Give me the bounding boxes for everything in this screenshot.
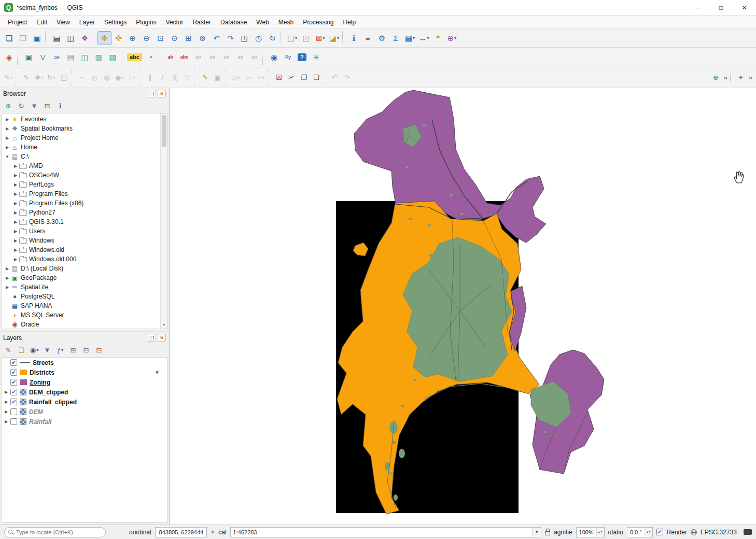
layer-diagrams-button[interactable]: ◔ — [144, 50, 158, 64]
new-project-button[interactable]: ❏ — [2, 31, 16, 45]
chevron-down-icon[interactable]: ▾ — [413, 36, 415, 40]
add-group-button[interactable]: ❏ — [15, 344, 27, 356]
select-by-value-button[interactable]: ◰ — [299, 31, 313, 45]
vertex-editor-tools-button[interactable]: ✦ — [735, 72, 747, 84]
browser-item-geopackage[interactable]: ▶GeoPackage — [2, 273, 167, 282]
layer-row-zoning[interactable]: ✔Zoning — [2, 377, 167, 387]
metasearch-button[interactable]: ◉ — [267, 50, 281, 64]
scrollbar-down-arrow[interactable]: ▼ — [161, 322, 167, 328]
statistical-summary-button[interactable]: Σ — [389, 31, 403, 45]
menu-raster[interactable]: Raster — [188, 16, 216, 29]
browser-item-python27[interactable]: ▶Python27 — [2, 208, 167, 217]
maximize-button[interactable]: □ — [709, 0, 733, 15]
layer-row-dem[interactable]: ▶DEM — [2, 407, 167, 417]
zoom-full-button[interactable]: ⊡ — [153, 31, 167, 45]
browser-float-button[interactable]: ❐ — [148, 90, 156, 97]
zoom-in-button[interactable]: ⊕ — [125, 31, 139, 45]
pan-map-button[interactable]: ✥ — [97, 31, 111, 45]
zoom-out-button[interactable]: ⊖ — [139, 31, 153, 45]
chevron-down-icon[interactable]: ▾ — [323, 36, 325, 40]
browser-item-qgis-3-30-1[interactable]: ▶QGIS 3.30.1 — [2, 217, 167, 226]
chevron-down-icon[interactable]: ▾ — [295, 36, 297, 40]
coordinate-input[interactable] — [155, 527, 207, 537]
new-geopackage-layer-button[interactable]: ▣ — [22, 50, 36, 64]
menu-edit[interactable]: Edit — [32, 16, 52, 29]
browser-item-osgeo4w[interactable]: ▶OSGeo4W — [2, 171, 167, 180]
browser-close-button[interactable]: ✕ — [158, 90, 166, 97]
new-spatialite-layer-button[interactable]: ✑ — [50, 50, 64, 64]
help-contents-button[interactable]: ? — [295, 50, 309, 64]
layer-row-streets[interactable]: ✔Streets — [2, 358, 167, 367]
expander-icon[interactable]: ▶ — [12, 229, 19, 234]
menu-web[interactable]: Web — [251, 16, 273, 29]
zoom-to-selection-button[interactable]: ⊙ — [167, 31, 181, 45]
map-tips-button[interactable]: ❝ — [431, 31, 445, 45]
new-virtual-layer-button[interactable]: ▧ — [106, 50, 120, 64]
messages-icon[interactable] — [744, 529, 752, 535]
layer-row-rainfall_clipped[interactable]: ▶✔Rainfall_clipped — [2, 397, 167, 407]
menu-settings[interactable]: Settings — [100, 16, 131, 29]
expander-icon[interactable]: ▶ — [4, 285, 10, 290]
expander-icon[interactable]: ▶ — [4, 117, 10, 122]
rotation-spinbox[interactable]: 0.0 ° ▲▼ — [627, 527, 653, 537]
expander-icon[interactable]: ▶ — [12, 182, 19, 187]
layer-row-districts[interactable]: ✔Districts▼ — [2, 367, 167, 377]
browser-item-amd[interactable]: ▶AMD — [2, 161, 167, 171]
select-features-button[interactable]: ▢▾ — [285, 31, 299, 45]
toolbar-overflow-chevron[interactable]: » — [747, 74, 754, 81]
toggle-editing-button[interactable]: ✎ — [199, 72, 212, 84]
browser-item-home[interactable]: ▶Home — [2, 143, 167, 152]
expander-icon[interactable]: ▶ — [12, 164, 19, 168]
browser-item-postgresql[interactable]: PostgreSQL — [2, 292, 167, 301]
layer-visibility-checkbox[interactable] — [10, 418, 17, 425]
toolbar-overflow-chevron[interactable]: » — [722, 74, 729, 81]
browser-item-windows[interactable]: ▶Windows — [2, 236, 167, 245]
identify-features-button[interactable]: ℹ — [347, 31, 361, 45]
layer-visibility-checkbox[interactable]: ✔ — [10, 399, 17, 405]
deselect-features-button[interactable]: ⊠▾ — [313, 31, 327, 45]
processing-toolbox-button[interactable]: ⚙ — [375, 31, 389, 45]
expander-icon[interactable]: ▶ — [12, 173, 19, 178]
filter-legend-button[interactable]: ▼ — [41, 344, 53, 356]
new-gpx-layer-button[interactable]: ▥ — [92, 50, 106, 64]
chevron-down-icon[interactable]: ▾ — [10, 75, 12, 80]
menu-plugins[interactable]: Plugins — [131, 16, 161, 29]
new-mesh-layer-button[interactable]: ◫ — [78, 50, 92, 64]
layers-float-button[interactable]: ❐ — [148, 334, 156, 342]
menu-project[interactable]: Project — [3, 16, 32, 29]
new-3d-map-view-button[interactable]: ◳ — [237, 31, 251, 45]
expander-icon[interactable]: ▶ — [3, 400, 9, 404]
measure-line-button[interactable]: ↔▾ — [417, 31, 431, 45]
locator-search-button[interactable]: ⊕▾ — [445, 31, 459, 45]
browser-item-ms-sql-server[interactable]: MS SQL Server — [2, 310, 167, 320]
spinner-arrows-icon[interactable]: ▲▼ — [645, 528, 652, 537]
expander-icon[interactable]: ▼ — [4, 154, 10, 159]
scrollbar-thumb[interactable] — [162, 115, 166, 147]
browser-item-c[interactable]: ▼C:\ — [2, 152, 167, 161]
expander-icon[interactable]: ▶ — [3, 409, 9, 414]
expander-icon[interactable]: ▶ — [3, 419, 9, 424]
style-manager-button[interactable]: ❖ — [78, 31, 92, 45]
expander-icon[interactable]: ▶ — [12, 220, 19, 224]
chevron-down-icon[interactable]: ▾ — [61, 348, 63, 352]
browser-item-spatial-bookmarks[interactable]: ▶Spatial Bookmarks — [2, 124, 167, 133]
browser-item-spatialite[interactable]: ▶SpatiaLite — [2, 282, 167, 292]
layer-row-rainfall[interactable]: ▶Rainfall — [2, 417, 167, 427]
layer-visibility-checkbox[interactable]: ✔ — [10, 379, 17, 386]
open-data-source-manager-button[interactable]: ◈ — [2, 50, 16, 64]
expander-icon[interactable]: ▶ — [4, 126, 10, 131]
copy-features-button[interactable]: ❐ — [298, 72, 310, 84]
browser-item-oracle[interactable]: Oracle — [2, 320, 167, 329]
crs-status[interactable]: EPSG:32733 — [701, 529, 737, 536]
menu-view[interactable]: View — [52, 16, 75, 29]
whats-this-button[interactable]: ✳ — [309, 50, 323, 64]
render-checkbox[interactable]: ✔ — [656, 529, 663, 535]
select-by-location-button[interactable]: ◪▾ — [327, 31, 341, 45]
add-selected-layers-button[interactable]: ⊕ — [2, 100, 15, 112]
chevron-down-icon[interactable]: ▾ — [237, 75, 240, 80]
chevron-down-icon[interactable]: ▾ — [427, 36, 429, 40]
open-project-button[interactable]: ❐ — [16, 31, 30, 45]
expander-icon[interactable]: ▶ — [3, 390, 9, 394]
spinner-arrows-icon[interactable]: ▲▼ — [596, 528, 604, 537]
browser-item-perflogs[interactable]: ▶PerfLogs — [2, 180, 167, 189]
